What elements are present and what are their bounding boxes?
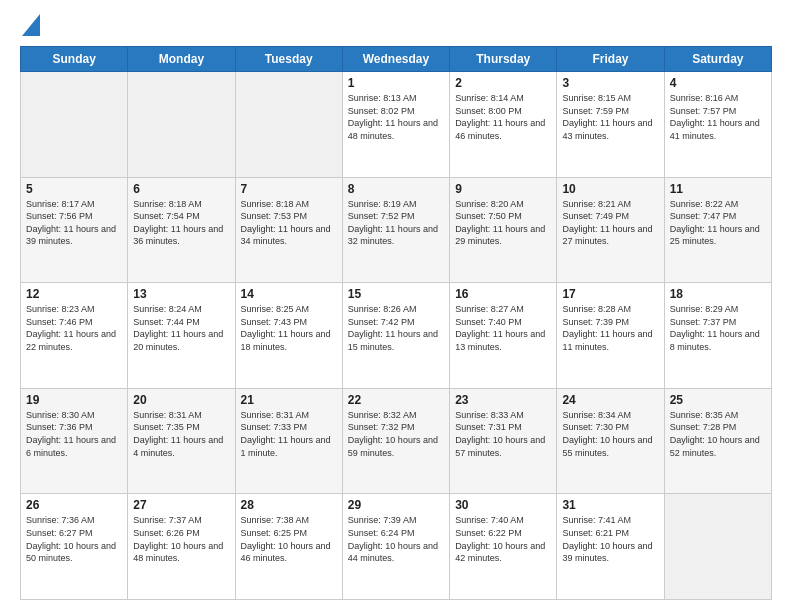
day-number: 1 <box>348 76 444 90</box>
calendar-cell: 18Sunrise: 8:29 AM Sunset: 7:37 PM Dayli… <box>664 283 771 389</box>
weekday-header-sunday: Sunday <box>21 47 128 72</box>
day-number: 27 <box>133 498 229 512</box>
day-info: Sunrise: 8:22 AM Sunset: 7:47 PM Dayligh… <box>670 198 766 248</box>
calendar-cell <box>235 72 342 178</box>
calendar-week-row: 1Sunrise: 8:13 AM Sunset: 8:02 PM Daylig… <box>21 72 772 178</box>
weekday-header-monday: Monday <box>128 47 235 72</box>
day-info: Sunrise: 7:36 AM Sunset: 6:27 PM Dayligh… <box>26 514 122 564</box>
day-info: Sunrise: 8:18 AM Sunset: 7:54 PM Dayligh… <box>133 198 229 248</box>
day-info: Sunrise: 8:26 AM Sunset: 7:42 PM Dayligh… <box>348 303 444 353</box>
calendar-cell: 14Sunrise: 8:25 AM Sunset: 7:43 PM Dayli… <box>235 283 342 389</box>
day-number: 13 <box>133 287 229 301</box>
calendar-cell: 7Sunrise: 8:18 AM Sunset: 7:53 PM Daylig… <box>235 177 342 283</box>
day-info: Sunrise: 7:40 AM Sunset: 6:22 PM Dayligh… <box>455 514 551 564</box>
day-number: 7 <box>241 182 337 196</box>
calendar-cell <box>21 72 128 178</box>
day-info: Sunrise: 8:14 AM Sunset: 8:00 PM Dayligh… <box>455 92 551 142</box>
calendar-cell: 13Sunrise: 8:24 AM Sunset: 7:44 PM Dayli… <box>128 283 235 389</box>
day-info: Sunrise: 7:41 AM Sunset: 6:21 PM Dayligh… <box>562 514 658 564</box>
calendar-cell: 30Sunrise: 7:40 AM Sunset: 6:22 PM Dayli… <box>450 494 557 600</box>
calendar-cell: 25Sunrise: 8:35 AM Sunset: 7:28 PM Dayli… <box>664 388 771 494</box>
calendar-cell: 26Sunrise: 7:36 AM Sunset: 6:27 PM Dayli… <box>21 494 128 600</box>
calendar-cell: 11Sunrise: 8:22 AM Sunset: 7:47 PM Dayli… <box>664 177 771 283</box>
day-number: 20 <box>133 393 229 407</box>
day-info: Sunrise: 8:32 AM Sunset: 7:32 PM Dayligh… <box>348 409 444 459</box>
weekday-header-wednesday: Wednesday <box>342 47 449 72</box>
day-info: Sunrise: 8:16 AM Sunset: 7:57 PM Dayligh… <box>670 92 766 142</box>
day-number: 17 <box>562 287 658 301</box>
day-info: Sunrise: 8:27 AM Sunset: 7:40 PM Dayligh… <box>455 303 551 353</box>
day-number: 30 <box>455 498 551 512</box>
day-info: Sunrise: 8:18 AM Sunset: 7:53 PM Dayligh… <box>241 198 337 248</box>
calendar-cell: 23Sunrise: 8:33 AM Sunset: 7:31 PM Dayli… <box>450 388 557 494</box>
calendar-cell: 21Sunrise: 8:31 AM Sunset: 7:33 PM Dayli… <box>235 388 342 494</box>
calendar-cell: 16Sunrise: 8:27 AM Sunset: 7:40 PM Dayli… <box>450 283 557 389</box>
day-number: 25 <box>670 393 766 407</box>
calendar-week-row: 19Sunrise: 8:30 AM Sunset: 7:36 PM Dayli… <box>21 388 772 494</box>
day-info: Sunrise: 7:38 AM Sunset: 6:25 PM Dayligh… <box>241 514 337 564</box>
page: SundayMondayTuesdayWednesdayThursdayFrid… <box>0 0 792 612</box>
day-info: Sunrise: 8:31 AM Sunset: 7:35 PM Dayligh… <box>133 409 229 459</box>
calendar-cell: 3Sunrise: 8:15 AM Sunset: 7:59 PM Daylig… <box>557 72 664 178</box>
weekday-header-thursday: Thursday <box>450 47 557 72</box>
day-info: Sunrise: 8:35 AM Sunset: 7:28 PM Dayligh… <box>670 409 766 459</box>
calendar-cell: 24Sunrise: 8:34 AM Sunset: 7:30 PM Dayli… <box>557 388 664 494</box>
calendar-table: SundayMondayTuesdayWednesdayThursdayFrid… <box>20 46 772 600</box>
day-number: 5 <box>26 182 122 196</box>
calendar-cell <box>128 72 235 178</box>
calendar-cell: 1Sunrise: 8:13 AM Sunset: 8:02 PM Daylig… <box>342 72 449 178</box>
calendar-cell: 10Sunrise: 8:21 AM Sunset: 7:49 PM Dayli… <box>557 177 664 283</box>
calendar-cell <box>664 494 771 600</box>
calendar-week-row: 12Sunrise: 8:23 AM Sunset: 7:46 PM Dayli… <box>21 283 772 389</box>
day-number: 22 <box>348 393 444 407</box>
calendar-cell: 15Sunrise: 8:26 AM Sunset: 7:42 PM Dayli… <box>342 283 449 389</box>
day-info: Sunrise: 8:30 AM Sunset: 7:36 PM Dayligh… <box>26 409 122 459</box>
calendar-cell: 2Sunrise: 8:14 AM Sunset: 8:00 PM Daylig… <box>450 72 557 178</box>
day-info: Sunrise: 8:29 AM Sunset: 7:37 PM Dayligh… <box>670 303 766 353</box>
calendar-cell: 28Sunrise: 7:38 AM Sunset: 6:25 PM Dayli… <box>235 494 342 600</box>
day-info: Sunrise: 8:21 AM Sunset: 7:49 PM Dayligh… <box>562 198 658 248</box>
day-info: Sunrise: 8:33 AM Sunset: 7:31 PM Dayligh… <box>455 409 551 459</box>
day-number: 18 <box>670 287 766 301</box>
day-number: 12 <box>26 287 122 301</box>
day-number: 19 <box>26 393 122 407</box>
calendar-week-row: 26Sunrise: 7:36 AM Sunset: 6:27 PM Dayli… <box>21 494 772 600</box>
weekday-header-friday: Friday <box>557 47 664 72</box>
logo-triangle-icon <box>22 14 40 36</box>
calendar-cell: 9Sunrise: 8:20 AM Sunset: 7:50 PM Daylig… <box>450 177 557 283</box>
day-number: 14 <box>241 287 337 301</box>
calendar-week-row: 5Sunrise: 8:17 AM Sunset: 7:56 PM Daylig… <box>21 177 772 283</box>
day-number: 6 <box>133 182 229 196</box>
calendar-cell: 27Sunrise: 7:37 AM Sunset: 6:26 PM Dayli… <box>128 494 235 600</box>
day-number: 10 <box>562 182 658 196</box>
day-info: Sunrise: 7:39 AM Sunset: 6:24 PM Dayligh… <box>348 514 444 564</box>
calendar-cell: 22Sunrise: 8:32 AM Sunset: 7:32 PM Dayli… <box>342 388 449 494</box>
day-number: 4 <box>670 76 766 90</box>
calendar-cell: 8Sunrise: 8:19 AM Sunset: 7:52 PM Daylig… <box>342 177 449 283</box>
day-number: 26 <box>26 498 122 512</box>
day-info: Sunrise: 7:37 AM Sunset: 6:26 PM Dayligh… <box>133 514 229 564</box>
weekday-header-row: SundayMondayTuesdayWednesdayThursdayFrid… <box>21 47 772 72</box>
calendar-cell: 5Sunrise: 8:17 AM Sunset: 7:56 PM Daylig… <box>21 177 128 283</box>
day-info: Sunrise: 8:19 AM Sunset: 7:52 PM Dayligh… <box>348 198 444 248</box>
day-info: Sunrise: 8:15 AM Sunset: 7:59 PM Dayligh… <box>562 92 658 142</box>
calendar-cell: 6Sunrise: 8:18 AM Sunset: 7:54 PM Daylig… <box>128 177 235 283</box>
header <box>20 16 772 36</box>
day-number: 23 <box>455 393 551 407</box>
weekday-header-saturday: Saturday <box>664 47 771 72</box>
day-info: Sunrise: 8:13 AM Sunset: 8:02 PM Dayligh… <box>348 92 444 142</box>
day-number: 3 <box>562 76 658 90</box>
day-info: Sunrise: 8:20 AM Sunset: 7:50 PM Dayligh… <box>455 198 551 248</box>
day-info: Sunrise: 8:24 AM Sunset: 7:44 PM Dayligh… <box>133 303 229 353</box>
calendar-cell: 20Sunrise: 8:31 AM Sunset: 7:35 PM Dayli… <box>128 388 235 494</box>
calendar-cell: 19Sunrise: 8:30 AM Sunset: 7:36 PM Dayli… <box>21 388 128 494</box>
calendar-cell: 31Sunrise: 7:41 AM Sunset: 6:21 PM Dayli… <box>557 494 664 600</box>
calendar-cell: 12Sunrise: 8:23 AM Sunset: 7:46 PM Dayli… <box>21 283 128 389</box>
day-number: 16 <box>455 287 551 301</box>
calendar-cell: 4Sunrise: 8:16 AM Sunset: 7:57 PM Daylig… <box>664 72 771 178</box>
svg-marker-0 <box>22 14 40 36</box>
logo <box>20 16 40 36</box>
day-number: 11 <box>670 182 766 196</box>
calendar-cell: 17Sunrise: 8:28 AM Sunset: 7:39 PM Dayli… <box>557 283 664 389</box>
day-number: 29 <box>348 498 444 512</box>
